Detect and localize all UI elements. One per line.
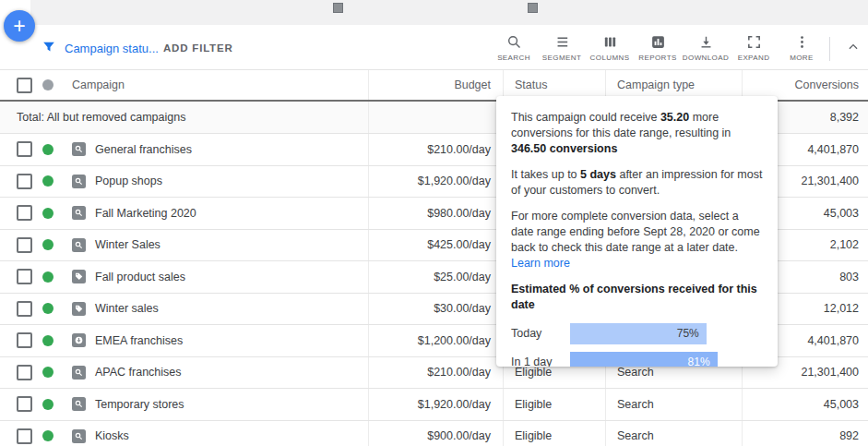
plus-icon: + (13, 14, 25, 39)
campaign-header-cell: Campaign (0, 70, 369, 100)
tool-label: EXPAND (738, 54, 770, 62)
bar-row: Today75% (511, 323, 763, 344)
campaign-cell: Fall Marketing 2020 (0, 198, 369, 229)
chevron-up-icon (847, 41, 860, 57)
campaign-cell: Kiosks (0, 421, 369, 446)
campaign-cell: Winter Sales (0, 230, 369, 261)
tooltip-paragraph: It takes up to 5 days after an impressio… (511, 167, 763, 199)
status-enabled-dot-icon (42, 399, 54, 410)
tooltip-paragraph: This campaign could receive 35.20 more c… (511, 110, 763, 157)
chart-title: Estimated % of conversions received for … (511, 282, 763, 313)
campaign-cell: Fall product sales (0, 261, 369, 293)
budget-cell[interactable]: $210.00/day (369, 357, 504, 389)
segment-icon (554, 34, 570, 50)
bar: 75% (570, 323, 707, 344)
campaign-name[interactable]: Popup shops (95, 175, 162, 187)
status-enabled-dot-icon (42, 239, 54, 250)
row-checkbox[interactable] (17, 428, 32, 444)
selection-handle-icon (333, 3, 343, 13)
shopping-campaign-icon (72, 302, 86, 316)
budget-cell[interactable]: $30.00/day (369, 294, 504, 325)
row-checkbox[interactable] (17, 332, 32, 348)
learn-more-link[interactable]: Learn more (511, 257, 570, 270)
campaign-name[interactable]: General franchises (95, 143, 192, 156)
row-checkbox[interactable] (17, 141, 32, 157)
tool-label: DOWNLOAD (683, 54, 729, 62)
search-campaign-icon (72, 238, 86, 252)
tool-search-button[interactable]: SEARCH (490, 34, 538, 62)
campaign-name[interactable]: Winter sales (95, 302, 159, 315)
budget-cell[interactable]: $210.00/day (369, 134, 504, 165)
budget-cell[interactable]: $425.00/day (369, 230, 504, 261)
budget-cell[interactable]: $980.00/day (369, 198, 504, 229)
top-strip (30, 0, 868, 25)
status-enabled-dot-icon (42, 175, 54, 187)
shopping-campaign-icon (72, 270, 86, 283)
budget-cell[interactable]: $900.00/day (369, 421, 504, 446)
status-enabled-dot-icon (42, 271, 54, 283)
table-row: Kiosks$900.00/dayEligibleSearch892 (0, 421, 868, 446)
budget-header-cell[interactable]: Budget (369, 70, 504, 100)
search-campaign-icon (72, 397, 86, 411)
tool-more-button[interactable]: MORE (778, 34, 826, 62)
budget-cell[interactable]: $1,200.00/day (369, 325, 504, 356)
add-campaign-fab[interactable]: + (4, 10, 35, 42)
tool-reports-button[interactable]: REPORTS (634, 34, 682, 62)
add-filter-button[interactable]: ADD FILTER (163, 42, 233, 54)
row-checkbox[interactable] (17, 269, 32, 284)
more-icon (794, 34, 810, 50)
status-enabled-dot-icon (42, 367, 54, 378)
bar: 81% (570, 352, 718, 367)
campaign-name[interactable]: Temporary stores (95, 398, 184, 411)
row-checkbox[interactable] (17, 301, 32, 317)
campaign-name[interactable]: APAC franchises (95, 366, 182, 379)
bar-label: Today (511, 326, 570, 342)
budget-cell[interactable]: $25.00/day (369, 261, 504, 293)
search-campaign-icon (72, 429, 86, 443)
conversion-bars: Today75%In 1 day81%In 2 days99% (511, 323, 763, 367)
campaign-name[interactable]: Winter Sales (95, 238, 161, 251)
row-checkbox[interactable] (17, 396, 32, 412)
campaign-type-cell: Search (606, 389, 743, 420)
row-checkbox[interactable] (17, 174, 32, 189)
status-enabled-dot-icon (42, 303, 54, 314)
campaign-cell: General franchises (0, 134, 369, 165)
bar-track: 81% (570, 352, 752, 367)
status-cell: Eligible (504, 389, 606, 420)
campaign-name[interactable]: Fall Marketing 2020 (95, 207, 196, 220)
header-status-dot-icon (42, 79, 54, 90)
tooltip-paragraph: For more complete conversion data, selec… (511, 209, 763, 271)
tool-expand-button[interactable]: EXPAND (730, 34, 778, 62)
tool-columns-button[interactable]: COLUMNS (586, 34, 634, 62)
campaign-header-label[interactable]: Campaign (72, 78, 125, 91)
row-checkbox[interactable] (17, 365, 32, 380)
conversion-tooltip: This campaign could receive 35.20 more c… (496, 96, 778, 367)
status-cell: Eligible (504, 421, 606, 446)
campaign-name[interactable]: EMEA franchises (95, 334, 183, 347)
campaign-name[interactable]: Fall product sales (95, 271, 185, 283)
selection-handle-icon (528, 3, 538, 13)
status-enabled-dot-icon (42, 430, 54, 441)
tool-segment-button[interactable]: SEGMENT (538, 34, 586, 62)
search-icon (506, 34, 522, 50)
search-campaign-icon (72, 206, 86, 220)
campaign-name[interactable]: Kiosks (95, 429, 129, 442)
search-campaign-icon (72, 142, 86, 156)
download-icon (698, 34, 714, 50)
search-campaign-icon (72, 175, 86, 188)
conversions-cell: 892 (743, 421, 868, 446)
reports-icon (650, 34, 666, 50)
display-campaign-icon (72, 333, 86, 347)
budget-cell[interactable]: $1,920.00/day (369, 166, 504, 198)
bar-label: In 1 day (511, 355, 570, 367)
columns-icon (602, 34, 618, 50)
select-all-checkbox[interactable] (17, 78, 32, 93)
tool-label: REPORTS (638, 54, 676, 62)
budget-cell[interactable]: $1,920.00/day (369, 389, 504, 420)
filter-funnel-icon (42, 41, 55, 54)
collapse-toolbar-button[interactable] (842, 39, 864, 59)
row-checkbox[interactable] (17, 205, 32, 221)
row-checkbox[interactable] (17, 237, 32, 253)
campaign-status-filter-chip[interactable]: Campaign statu... (65, 42, 159, 55)
tool-download-button[interactable]: DOWNLOAD (682, 34, 730, 62)
